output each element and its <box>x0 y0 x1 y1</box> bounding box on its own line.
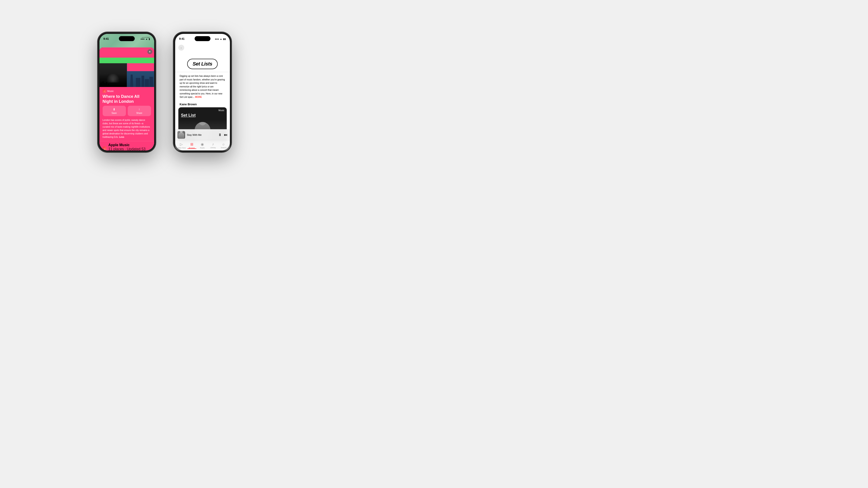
mini-track-name: Stay With Me <box>187 133 216 136</box>
building-2 <box>136 78 141 87</box>
tab-search[interactable]: ⌕ Search <box>218 142 229 149</box>
search-label: Search <box>221 147 226 149</box>
radio-icon: ◉ <box>201 142 204 147</box>
phone-2: 9:41 ●●● ▲ ▮▮ ‹ Set Lists Digging up set… <box>174 32 231 152</box>
music-badge-text: Music <box>218 109 224 111</box>
back-button[interactable]: ‹ <box>178 45 184 51</box>
article-body: London has scores of joyful, sweaty danc… <box>99 119 154 141</box>
dynamic-island-2 <box>195 36 211 41</box>
save-button[interactable]: ⬇ Save <box>103 106 126 116</box>
signal-icon-2: ●●● <box>215 38 219 40</box>
footer-meta: 11 places · Updated 53 minutes ago <box>108 147 151 151</box>
tab-bar: ▷ Listen Now ⊞ Browse ◉ Radio ♪ Library <box>175 140 230 151</box>
phone-2-screen: 9:41 ●●● ▲ ▮▮ ‹ Set Lists Digging up set… <box>175 34 230 151</box>
status-time-1: 9:41 <box>103 37 109 40</box>
pause-button[interactable]: ⏸ <box>218 133 222 137</box>
crowd-silhouettes <box>101 81 109 87</box>
person-3 <box>104 83 105 87</box>
footer-name: Apple Music <box>108 143 151 147</box>
phone-1: 9:41 ●●● ▲ ▮ LEYTON <box>98 32 156 152</box>
card-top-bar: Music <box>178 107 227 112</box>
share-button[interactable]: ↑ Share <box>128 106 151 116</box>
gherkin <box>130 74 133 87</box>
article-brand: Music <box>99 87 154 94</box>
skip-button[interactable]: ⏭ <box>224 133 228 137</box>
share-icon: ↑ <box>138 107 140 111</box>
more-link[interactable]: MORE <box>195 96 202 98</box>
dynamic-island-1 <box>119 36 135 41</box>
status-time-2: 9:41 <box>179 37 185 40</box>
article-hero: × <box>99 47 154 87</box>
browse-icon: ⊞ <box>190 142 193 147</box>
phone-1-screen: 9:41 ●●● ▲ ▮ LEYTON <box>99 34 154 151</box>
article-card[interactable]: × Music Where to Dance All Night in Lond… <box>99 47 154 151</box>
listen-now-icon: ▷ <box>180 142 183 147</box>
active-indicator <box>187 149 196 149</box>
wifi-icon-1: ▲ <box>146 38 148 40</box>
battery-icon-1: ▮ <box>149 38 150 40</box>
artist-name: Kane Brown <box>175 101 230 107</box>
pink-band <box>99 47 154 58</box>
building-4 <box>145 79 149 87</box>
apple-music-badge: Music <box>217 109 224 111</box>
article-body-text: London has scores of joyful, sweaty danc… <box>103 119 150 138</box>
search-icon: ⌕ <box>222 142 225 146</box>
battery-icon-2: ▮▮ <box>223 38 226 40</box>
wifi-icon-2: ▲ <box>220 38 222 40</box>
tab-library[interactable]: ♪ Library <box>208 142 218 149</box>
library-icon: ♪ <box>212 142 214 146</box>
radio-label: Radio <box>200 147 205 149</box>
setlists-logo: Set Lists <box>187 59 218 69</box>
building-5 <box>149 77 153 87</box>
article-title: Where to Dance All Night in London <box>99 94 154 106</box>
tab-listen-now[interactable]: ▷ Listen Now <box>176 142 187 149</box>
mini-album-silhouette <box>178 132 184 139</box>
card-title: Set List <box>178 112 227 119</box>
signal-icon-1: ●●● <box>141 38 145 40</box>
article-footer: ♪ Apple Music 11 places · Updated 53 min… <box>99 141 154 151</box>
mini-player[interactable]: Stay With Me ⏸ ⏭ <box>175 129 230 140</box>
person-5 <box>108 84 109 87</box>
apple-music-logo <box>103 89 106 93</box>
person-1 <box>101 83 102 87</box>
status-icons-2: ●●● ▲ ▮▮ <box>215 38 225 40</box>
crowd <box>99 73 127 87</box>
person-2 <box>102 81 104 87</box>
mini-controls: ⏸ ⏭ <box>218 133 228 137</box>
close-button[interactable]: × <box>147 49 152 54</box>
setlists-description: Digging up set lists has always been a c… <box>175 72 230 101</box>
footer-logo: ♪ <box>103 147 107 151</box>
action-buttons: ⬇ Save ↑ Share <box>99 106 154 119</box>
person-4 <box>106 82 107 87</box>
share-label: Share <box>136 112 143 114</box>
save-label: Save <box>112 112 117 114</box>
buildings <box>127 71 154 87</box>
description-text: Digging up set lists has always been a c… <box>180 75 225 98</box>
back-icon: ‹ <box>181 46 182 50</box>
building-3 <box>142 76 144 87</box>
save-icon: ⬇ <box>113 107 116 111</box>
phone2-content: Set Lists Digging up set lists has alway… <box>175 44 230 151</box>
mini-album-art <box>178 131 185 139</box>
less-link[interactable]: Less <box>119 136 124 138</box>
tab-browse[interactable]: ⊞ Browse <box>186 142 197 149</box>
status-icons-1: ●●● ▲ ▮ <box>141 38 150 40</box>
tab-radio[interactable]: ◉ Radio <box>197 142 208 149</box>
listen-now-label: Listen Now <box>177 147 186 149</box>
library-label: Library <box>210 147 216 149</box>
brand-text: Music <box>107 90 114 92</box>
footer-info: Apple Music 11 places · Updated 53 minut… <box>108 143 151 151</box>
